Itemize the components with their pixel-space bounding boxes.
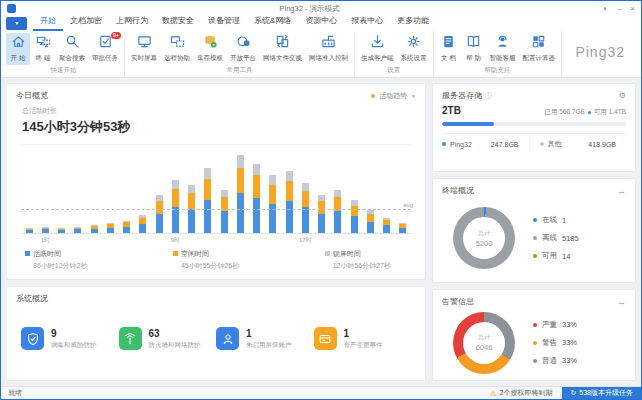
tab-资源中心[interactable]: 资源中心 [298,15,344,31]
storage-free: 可用 1.4TB [594,108,626,117]
terminals-detail-arrow-icon[interactable]: → [617,186,626,196]
tab-报表中心[interactable]: 报表中心 [344,15,390,31]
storage-item: Ping32247.8GB [442,139,529,149]
legend-value: 45小时55分钟26秒 [181,261,239,271]
tab-开始[interactable]: 开始 [33,15,63,31]
ribbon-button[interactable]: 聚合搜索 [56,33,88,65]
service-icon [495,34,510,53]
ribbon-button-label: 终 端 [36,54,51,63]
bar-segment-空闲时间 [367,214,374,222]
bar-slot [379,145,395,233]
ribbon-button[interactable]: 帮 助 [462,33,486,65]
tab-更多功能[interactable]: 更多功能 [390,15,436,31]
x-tick [184,235,200,245]
ribbon-button-label: 库存模板 [197,54,223,63]
system-overview-panel: 系统概况 9病毒和威胁防护63防火墙和网络防护1未启用屏保账户1资产变更事件 [6,286,426,381]
legend-item: 活跃时间86小时12分钟2秒 [25,249,87,271]
bar-segment-锁屏时间 [334,190,341,197]
ribbon-button[interactable]: 远程协助 [161,33,193,65]
bar [221,145,228,233]
storage-settings-icon[interactable]: ⚙ [619,91,626,100]
license-expiry-warning[interactable]: ⚠ 2个授权即将到期 [490,388,553,398]
bar-segment-活跃时间 [237,193,244,233]
info-icon[interactable]: ⓘ [485,91,492,101]
upgrade-text: 538版本升级任务 [579,388,633,398]
bar [188,145,195,233]
warning-icon: ⚠ [490,389,497,398]
theme-toggle-icon[interactable]: ◐ [603,4,608,14]
ribbon-button[interactable]: 终 端 [31,33,55,65]
bar-segment-活跃时间 [74,229,81,233]
dot-icon [533,218,537,222]
bar [156,145,163,233]
ribbon-button[interactable]: 文 档 [437,33,461,65]
trend-dropdown[interactable]: 活动趋势 ▼ [371,91,416,101]
bar [237,145,244,233]
legend-label: 空闲时间 [181,249,209,259]
legend-value: 86小时12分钟2秒 [33,261,87,271]
upgrade-tasks-link[interactable]: ↻ 538版本升级任务 [562,387,641,399]
tab-上网行为[interactable]: 上网行为 [109,15,155,31]
donut-legend-label: 普通 [542,356,557,366]
ribbon-button[interactable]: 审批任务9+ [89,33,121,65]
bar [351,145,358,233]
main-content: 今日概览 活动趋势 ▼ 总活动时长 145小时3分钟53秒 avg 1时 [1,78,641,386]
ribbon-button[interactable]: 系统设置 [398,33,430,65]
panel-title: 终端概况 [442,185,474,196]
ribbon-button[interactable]: 库存模板 [194,33,226,65]
ribbon-button[interactable]: 开放平台 [227,33,259,65]
bar [383,145,390,233]
close-button[interactable]: × [630,4,635,14]
x-tick [54,235,70,245]
ribbon-button[interactable]: 生成客户端 [358,33,397,65]
bar-slot [119,145,135,233]
trend-label: 活动趋势 [379,91,407,101]
bar-slot [86,145,102,233]
terminals-donut-chart: 总计 5200 [453,207,515,269]
bar [367,145,374,233]
minimize-button[interactable]: – [617,4,621,14]
dot-icon [533,359,537,363]
chevron-down-icon [15,22,19,25]
bar [318,145,325,233]
remote-icon [170,34,185,53]
legend-item: 锁屏时间12小时56分钟27秒 [325,249,391,271]
calculator-icon [531,34,546,53]
ribbon-group: 开 始终 端聚合搜索审批任务9+快速开始 [3,31,125,77]
bar-slot [346,145,362,233]
ribbon-button[interactable]: 实时屏幕 [128,33,160,65]
ribbon-button-label: 配置计算器 [523,54,556,63]
bar-segment-空闲时间 [302,191,309,208]
file-exchange-icon [275,34,290,53]
ribbon-button[interactable]: 配置计算器 [520,33,559,65]
app-menu-button[interactable] [6,17,27,30]
bar [334,145,341,233]
legend-label: 活跃时间 [33,249,61,259]
bar-segment-活跃时间 [351,216,358,233]
status-bar: 就绪 ⚠ 2个授权即将到期 ↻ 538版本升级任务 [1,386,641,399]
ribbon-button-label: 开 始 [11,54,26,63]
x-tick [119,235,135,245]
donut-center-value: 6046 [476,343,493,352]
alerts-detail-arrow-icon[interactable]: → [617,297,626,307]
ribbon-button[interactable]: 网络文件交换 [260,33,305,65]
tab-文档加密[interactable]: 文档加密 [63,15,109,31]
donut-legend-label: 严重 [542,320,557,330]
metric-label: 总活动时长 [22,106,425,116]
ribbon-button[interactable]: 网络准入控制 [306,33,351,65]
tab-系统&网络[interactable]: 系统&网络 [247,15,298,31]
bar-segment-活跃时间 [286,201,293,233]
help-icon [466,34,481,53]
x-tick [281,235,297,245]
tab-数据安全[interactable]: 数据安全 [155,15,201,31]
tab-设备管理[interactable]: 设备管理 [201,15,247,31]
ribbon-button[interactable]: 智能客服 [487,33,519,65]
storage-item-value: 418.9GB [588,141,616,148]
bar-segment-锁屏时间 [204,168,211,179]
storage-progress-bar [442,122,626,126]
ribbon-button[interactable]: 开 始 [6,33,30,65]
donut-legend-item: 警告33% [533,338,623,348]
ribbon-group-label: 常用工具 [128,65,351,77]
metric-value: 145小时3分钟53秒 [22,118,425,136]
storage-total: 2TB [442,105,461,116]
